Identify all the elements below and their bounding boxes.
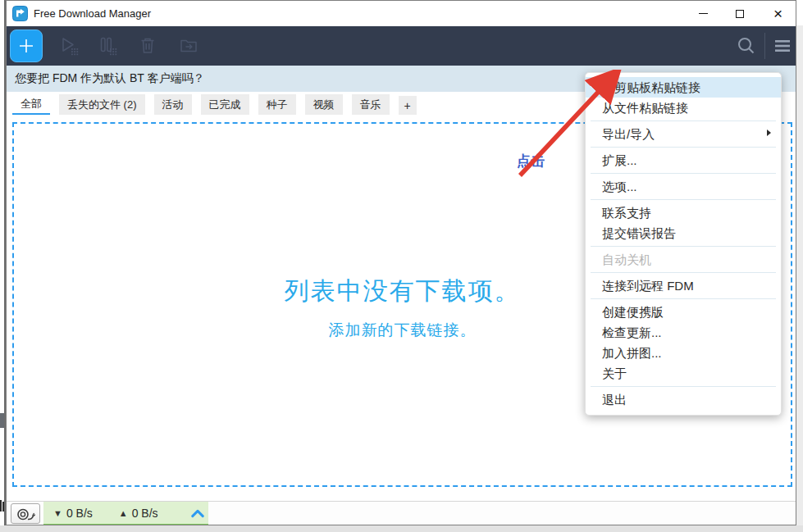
click-annotation: 点击 xyxy=(517,152,545,171)
upload-speed-value: 0 B/s xyxy=(132,507,158,520)
pause-all-button[interactable] xyxy=(96,34,119,57)
maximize-button[interactable] xyxy=(722,1,758,26)
menu-separator xyxy=(591,147,776,148)
folder-arrow-icon xyxy=(177,34,200,57)
download-icon: ▼ xyxy=(53,508,62,518)
open-folder-button[interactable] xyxy=(177,34,200,57)
background-artifact xyxy=(2,502,4,512)
resume-all-icon xyxy=(57,34,80,57)
add-download-button[interactable] xyxy=(10,30,43,62)
tab-active[interactable]: 活动 xyxy=(154,94,192,115)
close-icon: × xyxy=(773,6,782,21)
download-speed: ▼ 0 B/s xyxy=(53,507,93,520)
main-context-menu: 从剪贴板粘贴链接 从文件粘贴链接 导出/导入 扩展... 选项... 联系支持 … xyxy=(585,72,782,416)
menu-separator xyxy=(591,272,776,273)
maximize-icon xyxy=(736,10,744,18)
hamburger-icon xyxy=(773,36,792,56)
tab-video[interactable]: 视频 xyxy=(305,94,343,115)
chevron-up-icon xyxy=(191,509,204,518)
menu-item-export-import[interactable]: 导出/导入 xyxy=(586,124,781,144)
menu-item-exit[interactable]: 退出 xyxy=(586,389,781,410)
speed-panel-underline xyxy=(43,524,208,525)
fdm-logo-icon xyxy=(12,6,28,21)
add-tab-button[interactable]: + xyxy=(399,96,417,115)
menu-item-auto-shutdown: 自动关机 xyxy=(586,249,781,270)
pause-all-icon xyxy=(96,34,119,57)
tab-missing-files[interactable]: 丢失的文件 (2) xyxy=(59,94,145,115)
background-artifact xyxy=(0,500,2,512)
title-bar: Free Download Manager × xyxy=(7,1,796,26)
menu-item-connect-remote-fdm[interactable]: 连接到远程 FDM xyxy=(586,275,781,296)
menu-separator xyxy=(591,199,776,200)
menu-separator xyxy=(591,298,776,299)
search-icon xyxy=(736,35,757,57)
status-bar: ▼ 0 B/s ▲ 0 B/s xyxy=(7,501,796,525)
background-artifact xyxy=(0,413,4,428)
menu-item-extensions[interactable]: 扩展... xyxy=(586,150,781,171)
speed-panel: ▼ 0 B/s ▲ 0 B/s xyxy=(43,502,208,524)
menu-item-contact-support[interactable]: 联系支持 xyxy=(586,202,781,223)
menu-item-about[interactable]: 关于 xyxy=(586,363,781,384)
menu-separator xyxy=(591,120,776,121)
speed-limit-button[interactable] xyxy=(11,503,40,524)
download-speed-value: 0 B/s xyxy=(66,507,93,520)
menu-item-join-puzzle[interactable]: 加入拼图... xyxy=(586,343,781,363)
notification-message: 您要把 FDM 作为默认 BT 客户端吗？ xyxy=(15,71,205,86)
upload-icon: ▲ xyxy=(119,508,128,518)
toolbar xyxy=(7,26,796,66)
toolbar-separator xyxy=(764,33,765,59)
tab-torrents[interactable]: 种子 xyxy=(258,94,296,115)
tab-completed[interactable]: 已完成 xyxy=(201,94,249,115)
menu-separator xyxy=(591,386,776,387)
menu-item-submit-bug-report[interactable]: 提交错误报告 xyxy=(586,223,781,243)
submenu-arrow-icon xyxy=(767,130,771,136)
menu-item-check-updates[interactable]: 检查更新... xyxy=(586,322,781,343)
collapse-speed-panel-button[interactable] xyxy=(189,504,207,522)
minimize-button[interactable] xyxy=(685,1,721,26)
search-button[interactable] xyxy=(735,34,758,57)
menu-item-paste-from-clipboard[interactable]: 从剪贴板粘贴链接 xyxy=(586,77,781,98)
window-title: Free Download Manager xyxy=(34,1,151,26)
plus-icon xyxy=(17,37,35,55)
menu-item-create-portable[interactable]: 创建便携版 xyxy=(586,302,781,322)
upload-speed: ▲ 0 B/s xyxy=(119,507,158,520)
close-button[interactable]: × xyxy=(760,1,796,26)
tab-music[interactable]: 音乐 xyxy=(352,94,390,115)
background-window-sliver xyxy=(796,0,803,25)
minimize-icon xyxy=(699,13,708,14)
fdm-window: Free Download Manager × xyxy=(6,0,796,525)
menu-item-options[interactable]: 选项... xyxy=(586,176,781,197)
menu-separator xyxy=(591,173,776,174)
delete-button[interactable] xyxy=(136,34,159,57)
main-menu-button[interactable] xyxy=(771,34,794,57)
tab-all[interactable]: 全部 xyxy=(12,93,50,115)
desktop-strip xyxy=(0,525,803,532)
menu-item-paste-from-file[interactable]: 从文件粘贴链接 xyxy=(586,98,781,118)
snail-icon xyxy=(16,506,35,521)
resume-all-button[interactable] xyxy=(57,34,80,57)
menu-separator xyxy=(591,246,776,247)
trash-icon xyxy=(136,34,159,57)
